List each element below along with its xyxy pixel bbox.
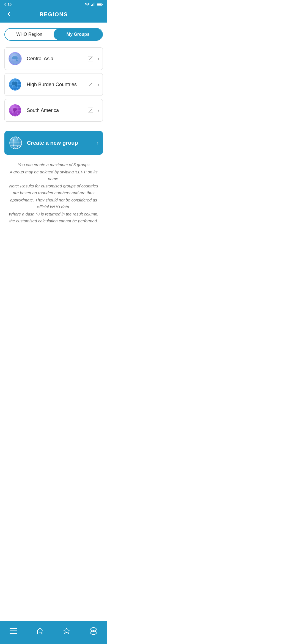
info-text-block: You can create a maximum of 5 groups A g… (4, 161, 103, 225)
battery-icon (97, 3, 103, 6)
wifi-icon (85, 2, 90, 6)
create-group-button[interactable]: Create a new group › (4, 131, 103, 155)
svg-rect-6 (102, 4, 103, 5)
region-name-central-asia: Central Asia (27, 56, 87, 62)
main-content: WHO Region My Groups (0, 23, 107, 230)
globe-icon-south-america (8, 103, 22, 118)
info-line-2: A group may be deleted by swiping 'LEFT'… (7, 168, 101, 182)
edit-icon[interactable] (87, 81, 94, 88)
svg-rect-0 (91, 5, 92, 6)
signal-icon (91, 2, 95, 6)
svg-rect-1 (92, 4, 93, 6)
edit-icon[interactable] (87, 55, 94, 62)
status-time: 6:15 (4, 2, 12, 6)
region-item[interactable]: High Burden Countries › (4, 73, 103, 96)
region-item[interactable]: Central Asia › (4, 47, 103, 70)
header: REGIONS (0, 7, 107, 23)
region-toggle[interactable]: WHO Region My Groups (4, 28, 103, 41)
page-title: REGIONS (40, 11, 68, 18)
status-bar: 6:15 (0, 0, 107, 7)
edit-icon[interactable] (87, 107, 94, 114)
region-actions: › (87, 81, 99, 88)
who-region-tab[interactable]: WHO Region (5, 29, 54, 40)
chevron-right-icon: › (98, 82, 99, 88)
region-list: Central Asia › (4, 47, 103, 124)
chevron-right-icon: › (98, 56, 99, 62)
globe-icon-high-burden (8, 77, 22, 92)
info-line-1: You can create a maximum of 5 groups (7, 161, 101, 168)
svg-rect-2 (94, 3, 94, 6)
region-name-high-burden: High Burden Countries (27, 82, 87, 88)
region-name-south-america: South America (27, 108, 87, 113)
svg-rect-5 (97, 3, 101, 5)
status-icons (85, 2, 103, 6)
globe-icon-central-asia (8, 51, 22, 66)
create-chevron-icon: › (97, 140, 98, 146)
create-group-label: Create a new group (27, 140, 97, 146)
svg-rect-3 (95, 2, 95, 6)
region-item[interactable]: South America › (4, 99, 103, 122)
info-line-4: Where a dash (-) is returned in the resu… (7, 211, 101, 225)
region-actions: › (87, 55, 99, 62)
globe-icon-create (9, 136, 23, 150)
chevron-right-icon: › (98, 108, 99, 113)
my-groups-tab[interactable]: My Groups (54, 29, 102, 40)
region-actions: › (87, 107, 99, 114)
info-line-3: Note: Results for customised groups of c… (7, 182, 101, 211)
back-button[interactable] (4, 10, 13, 20)
